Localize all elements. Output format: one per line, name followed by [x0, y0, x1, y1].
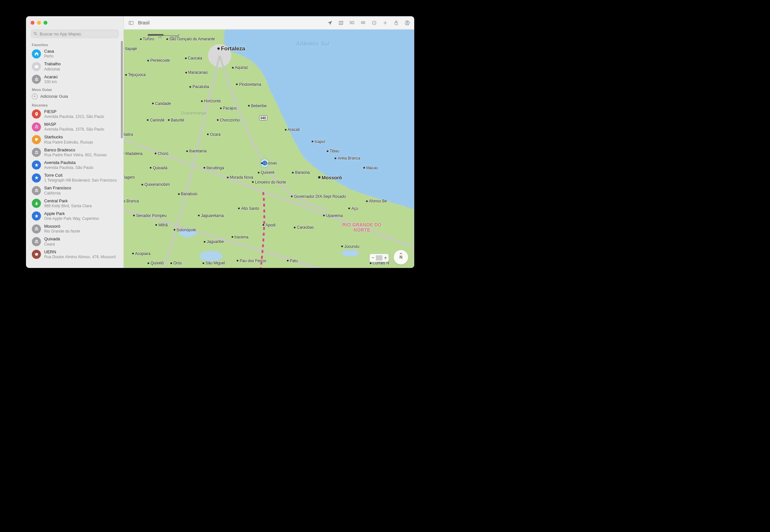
- city-label[interactable]: Tibau: [326, 149, 339, 153]
- zoom-in-button[interactable]: +: [382, 254, 389, 261]
- look-around-button[interactable]: [359, 19, 367, 27]
- add-guide-label: Adicionar Guia: [40, 94, 68, 99]
- city-label[interactable]: Quixeré: [258, 170, 274, 175]
- city-label[interactable]: Tururu: [140, 37, 154, 41]
- city-label[interactable]: Upanema: [323, 213, 343, 218]
- city-dot-icon: [147, 262, 149, 264]
- city-label[interactable]: Pentecoste: [147, 58, 170, 63]
- city-label[interactable]: Limoeiro do Norte: [252, 180, 286, 184]
- zoom-out-button[interactable]: −: [370, 254, 376, 261]
- city-label[interactable]: Afonso Be: [366, 199, 387, 203]
- city-label[interactable]: Areia Branca: [334, 156, 360, 160]
- scrollbar-thumb[interactable]: [121, 41, 123, 138]
- city-label[interactable]: Maracanaú: [185, 70, 208, 75]
- recent-item[interactable]: MASPAvenida Paulista, 1578, São Paulo: [26, 120, 123, 133]
- city-label[interactable]: Aracati: [284, 127, 299, 132]
- city-label[interactable]: Jaguaribe: [204, 239, 224, 244]
- city-label[interactable]: Aquiraz: [232, 65, 248, 70]
- city-label[interactable]: Caridade: [152, 101, 171, 106]
- city-label[interactable]: Macau: [363, 166, 378, 170]
- maximize-button[interactable]: [44, 21, 47, 25]
- favorite-item[interactable]: Acaraú330 km: [26, 73, 123, 86]
- city-label[interactable]: Patu: [287, 259, 298, 263]
- city-label[interactable]: Quixeramobim: [142, 182, 170, 187]
- city-label[interactable]: Orós: [170, 261, 182, 265]
- favorite-item[interactable]: CasaPerto: [26, 47, 123, 60]
- city-label[interactable]: Icapuí: [311, 139, 325, 144]
- search-input[interactable]: Buscar no App Mapas: [31, 29, 119, 38]
- view-3d-button[interactable]: 3D: [348, 19, 356, 27]
- city-label[interactable]: Pindoretama: [236, 82, 261, 87]
- recent-item[interactable]: FIESPAvenida Paulista, 1313, São Paulo: [26, 108, 123, 120]
- city-label[interactable]: Chorozinho: [217, 118, 240, 122]
- city-label[interactable]: Fortaleza: [217, 45, 245, 52]
- city-label[interactable]: Tejuçuoca: [125, 72, 145, 77]
- city-label[interactable]: Acopiara: [132, 251, 150, 256]
- compass-button[interactable]: N: [394, 250, 409, 265]
- city-label[interactable]: Caucaia: [185, 56, 202, 60]
- city-label[interactable]: Ocara: [207, 132, 221, 137]
- city-label[interactable]: Russas: [261, 161, 277, 165]
- recent-item[interactable]: MossoróRio Grande do Norte: [26, 222, 123, 235]
- city-label[interactable]: Morada Nova: [227, 175, 253, 180]
- city-label[interactable]: Itapajé: [124, 46, 137, 51]
- city-label[interactable]: Viagem: [124, 175, 135, 180]
- city-dot-icon: [125, 74, 127, 76]
- recent-item[interactable]: UERNRua Doutor Almino Afonso, 478, Mosso…: [26, 248, 123, 261]
- city-label[interactable]: Mossoró: [318, 175, 342, 180]
- share-button[interactable]: [392, 19, 400, 27]
- recent-item[interactable]: QuixadáCeará: [26, 235, 123, 248]
- recent-item[interactable]: San FranciscoCalifórnia: [26, 184, 123, 197]
- directions-button[interactable]: [370, 19, 378, 27]
- account-button[interactable]: [403, 19, 411, 27]
- city-label[interactable]: Apodi: [262, 223, 275, 227]
- city-dot-icon: [323, 215, 324, 216]
- recent-item[interactable]: StarbucksRua Padre Estevão, Russas: [26, 133, 123, 146]
- city-label[interactable]: Horizonte: [201, 99, 221, 103]
- minimize-button[interactable]: [37, 21, 41, 25]
- city-label[interactable]: a Branca: [124, 199, 139, 203]
- city-label[interactable]: Alto Santo: [238, 206, 259, 211]
- recent-item[interactable]: Avenida PaulistaAvenida Paulista, São Pa…: [26, 159, 123, 171]
- city-label[interactable]: Baturité: [168, 118, 184, 122]
- city-label[interactable]: Beberibe: [248, 104, 267, 108]
- city-label[interactable]: Ibicuitinga: [204, 166, 224, 170]
- toggle-sidebar-button[interactable]: [127, 19, 135, 27]
- add-guide-button[interactable]: + Adicionar Guia: [26, 92, 123, 101]
- city-label[interactable]: Solonópole: [173, 228, 196, 232]
- city-label[interactable]: Banabuiú: [178, 192, 197, 196]
- city-label[interactable]: Jaguaretama: [198, 213, 224, 218]
- city-label[interactable]: Pau dos Ferros: [237, 259, 266, 263]
- map-canvas[interactable]: 0 25 50 km Atlântico Sul RIO GRANDE DO N…: [124, 30, 414, 268]
- close-button[interactable]: [31, 21, 34, 25]
- favorite-item[interactable]: TrabalhoAdicionar: [26, 60, 123, 73]
- city-label[interactable]: Baraúna: [292, 170, 309, 175]
- city-label[interactable]: Caraúbas: [294, 225, 314, 230]
- city-label[interactable]: Jucurutu: [341, 244, 359, 249]
- map-mode-button[interactable]: [337, 19, 345, 27]
- recent-item[interactable]: Torre Coit1 Telegraph Hill Boulevard, Sa…: [26, 171, 123, 184]
- city-label[interactable]: Milhã: [155, 223, 168, 227]
- city-label[interactable]: São Gonçalo do Amarante: [166, 37, 215, 41]
- city-label[interactable]: Quixadá: [150, 166, 167, 170]
- recent-item[interactable]: Apple ParkOne Apple Park Way, Cupertino: [26, 210, 123, 222]
- city-label[interactable]: Ibaretama: [186, 149, 207, 153]
- city-label[interactable]: Itatira: [124, 132, 133, 137]
- add-button[interactable]: [381, 19, 389, 27]
- recent-item[interactable]: Banco BradescoRua Padre Raul Vieira, 602…: [26, 146, 123, 159]
- sidebar-scroll[interactable]: Favoritos CasaPertoTrabalhoAdicionarAcar…: [26, 41, 123, 268]
- city-label[interactable]: Quixelô: [147, 261, 164, 265]
- city-label[interactable]: Choró: [155, 151, 168, 156]
- city-label[interactable]: Senador Pompeu: [133, 213, 166, 218]
- city-label[interactable]: Iracema: [231, 235, 248, 239]
- locate-button[interactable]: [326, 19, 334, 27]
- city-label[interactable]: Canindé: [147, 118, 164, 122]
- city-label[interactable]: Açu: [348, 206, 358, 211]
- city-label[interactable]: Pacajus: [220, 106, 237, 110]
- city-label[interactable]: Governador DIX-Sept Rosado: [291, 194, 346, 199]
- city-label[interactable]: Madalena: [124, 151, 143, 156]
- recent-item[interactable]: Central Park969 Kiely Blvd, Santa Clara: [26, 197, 123, 210]
- city-label[interactable]: São Miguel: [203, 261, 225, 265]
- city-dot-icon: [201, 100, 203, 102]
- city-label[interactable]: Pacatuba: [190, 84, 209, 89]
